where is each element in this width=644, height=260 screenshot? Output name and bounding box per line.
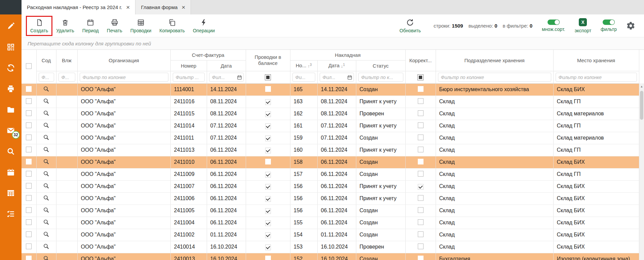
magnifier-icon[interactable] — [43, 159, 49, 164]
correction-checkbox[interactable] — [418, 207, 424, 213]
filter-control[interactable]: фильтр — [601, 20, 617, 32]
posted-checkbox[interactable] — [265, 159, 271, 164]
table-row[interactable]: ООО "Альфа" 2411005 06.11.2024 156 06.11… — [22, 205, 639, 217]
vertical-scrollbar[interactable]: ▲ — [639, 83, 644, 260]
posted-checkbox[interactable] — [265, 86, 271, 92]
copy-button[interactable]: Копировать — [156, 17, 188, 35]
row-checkbox[interactable] — [26, 256, 32, 260]
filter-input-place[interactable] — [556, 73, 637, 82]
magnifier-icon[interactable] — [43, 110, 49, 116]
table-row[interactable]: ООО "Альфа" 2410013 16.10.2024 152 16.10… — [22, 253, 639, 260]
multisort-control[interactable]: множ.сорт. — [542, 20, 565, 32]
create-button[interactable]: Создать — [27, 17, 51, 35]
magnifier-icon[interactable] — [43, 98, 49, 104]
row-checkbox[interactable] — [26, 244, 32, 249]
calendar-icon[interactable] — [347, 75, 352, 80]
posted-checkbox[interactable] — [265, 256, 271, 260]
row-checkbox[interactable] — [26, 231, 32, 237]
correction-checkbox[interactable] — [418, 110, 424, 116]
row-checkbox[interactable] — [26, 207, 32, 213]
magnifier-icon[interactable] — [43, 244, 49, 249]
magnifier-icon[interactable] — [43, 195, 49, 201]
row-checkbox[interactable] — [26, 159, 32, 164]
correction-checkbox[interactable] — [418, 184, 424, 190]
row-checkbox[interactable] — [26, 171, 32, 177]
posted-checkbox[interactable] — [265, 172, 271, 178]
table-row[interactable]: ООО "Альфа" 2411009 06.11.2024 157 06.11… — [22, 168, 639, 180]
column-header-invoice-number[interactable]: Номер — [170, 60, 207, 71]
table-row[interactable]: ООО "Альфа" 2411016 08.11.2024 163 08.11… — [22, 96, 639, 108]
table-row[interactable]: ООО "Альфа" 2411007 06.11.2024 156 06.11… — [22, 180, 639, 192]
close-icon[interactable]: × — [126, 4, 130, 10]
print-button[interactable]: Печать — [104, 17, 126, 35]
refresh-button[interactable]: Обновить — [396, 17, 424, 35]
sidebar-item-sync[interactable] — [6, 63, 16, 73]
row-checkbox[interactable] — [26, 135, 32, 140]
magnifier-icon[interactable] — [43, 86, 49, 92]
posted-checkbox[interactable] — [265, 196, 271, 202]
filter-input-sod[interactable] — [39, 73, 54, 82]
table-row[interactable]: ООО "Альфа" 2411002 01.11.2024 154 01.11… — [22, 229, 639, 241]
filter-input-department[interactable] — [438, 73, 551, 82]
table-row[interactable]: ООО "Альфа" 2411004 06.11.2024 155 06.11… — [22, 217, 639, 229]
table-row[interactable]: ООО "Альфа" 2411010 06.11.2024 158 06.11… — [22, 156, 639, 168]
table-row[interactable]: ООО "Альфа" 2411014 07.11.2024 161 07.11… — [22, 120, 639, 132]
posted-checkbox[interactable] — [265, 245, 271, 250]
column-header-department[interactable]: Подразделение хранения — [436, 50, 553, 71]
posted-checkbox[interactable] — [265, 208, 271, 214]
tab-register-2024[interactable]: Расходная накладная - Реестр за 2024 г. … — [22, 0, 135, 14]
column-header-posted[interactable]: Проводки в балансе — [246, 50, 290, 71]
row-checkbox[interactable] — [26, 195, 32, 201]
table-row[interactable]: ООО "Альфа" 1114001 14.11.2024 165 14.11… — [22, 83, 639, 96]
filter-toggle[interactable] — [603, 20, 615, 25]
export-control[interactable]: X экспорт — [574, 18, 591, 33]
settings-button[interactable] — [626, 21, 635, 30]
scroll-up-arrow[interactable]: ▲ — [639, 83, 644, 89]
sidebar-item-modules[interactable] — [6, 42, 16, 52]
posted-checkbox[interactable] — [265, 136, 271, 141]
filter-input-waybill-number[interactable] — [292, 73, 315, 82]
table-row[interactable]: ООО "Альфа" 2411011 07.11.2024 159 07.11… — [22, 132, 639, 144]
column-header-invoice-date[interactable]: Дата — [207, 60, 246, 71]
magnifier-icon[interactable] — [43, 207, 49, 213]
sidebar-item-print[interactable] — [6, 84, 16, 94]
table-row[interactable]: ООО "Альфа" 2411006 06.11.2024 156 06.11… — [22, 192, 639, 205]
column-header-status[interactable]: Статус — [356, 60, 405, 71]
correction-checkbox[interactable] — [418, 195, 424, 201]
row-checkbox[interactable] — [26, 122, 32, 128]
correction-checkbox[interactable] — [418, 256, 424, 260]
filter-input-org[interactable] — [80, 73, 168, 82]
magnifier-icon[interactable] — [43, 147, 49, 152]
correction-checkbox[interactable] — [418, 122, 424, 128]
column-header-waybill-date[interactable]: Дата↓1 — [317, 60, 356, 71]
multisort-toggle[interactable] — [548, 20, 560, 25]
delete-button[interactable]: Удалить — [53, 17, 77, 35]
correction-checkbox[interactable] — [418, 244, 424, 249]
correction-checkbox[interactable] — [418, 231, 424, 237]
sidebar-item-calendar[interactable] — [6, 167, 16, 177]
period-button[interactable]: Период — [79, 17, 102, 35]
correction-checkbox[interactable] — [418, 219, 424, 225]
magnifier-icon[interactable] — [43, 122, 49, 128]
row-checkbox[interactable] — [26, 86, 32, 92]
row-checkbox[interactable] — [26, 183, 32, 189]
sidebar-item-documents[interactable] — [6, 105, 16, 115]
sidebar-item-edit[interactable] — [6, 21, 16, 31]
column-header-waybill-number[interactable]: Но...↑3 — [290, 60, 317, 71]
calendar-icon[interactable] — [237, 75, 242, 80]
filter-input-vlz[interactable] — [58, 73, 75, 82]
magnifier-icon[interactable] — [43, 183, 49, 189]
filter-checkbox-posted[interactable] — [265, 74, 271, 80]
column-header-org[interactable]: Организация — [77, 50, 170, 71]
operations-button[interactable]: Операции — [190, 17, 218, 35]
correction-checkbox[interactable] — [418, 159, 424, 164]
select-all-checkbox[interactable] — [26, 63, 32, 69]
column-header-place[interactable]: Место хранения — [553, 50, 639, 71]
correction-checkbox[interactable] — [418, 147, 424, 152]
row-checkbox[interactable] — [26, 98, 32, 104]
sidebar-item-search[interactable] — [6, 146, 16, 156]
posted-checkbox[interactable] — [265, 99, 271, 105]
posted-checkbox[interactable] — [265, 184, 271, 190]
column-header-vlz[interactable]: Влж — [56, 50, 77, 71]
close-icon[interactable]: × — [182, 4, 185, 10]
